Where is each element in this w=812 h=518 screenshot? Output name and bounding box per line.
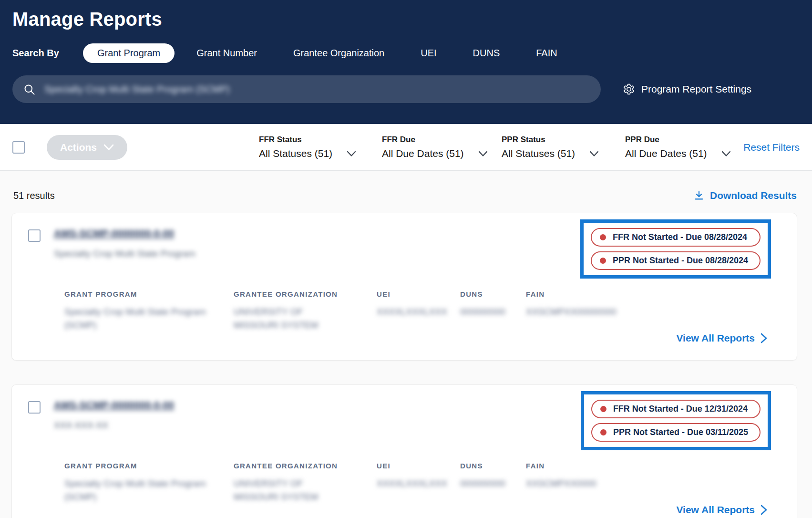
- grant-program-subtitle: Specialty Crop Multi State Program: [54, 249, 195, 259]
- chevron-down-icon: [347, 151, 356, 157]
- row-checkbox[interactable]: [28, 401, 41, 414]
- card-details-grid: GRANT PROGRAM Specialty Crop Multi State…: [64, 290, 781, 332]
- detail-value-redacted: UNIVERSITY OF MISSOURI SYSTEM: [234, 305, 343, 332]
- view-all-reports-link[interactable]: View All Reports: [676, 332, 767, 344]
- detail-header: DUNS: [460, 290, 526, 298]
- filter-ffr-due-label: FFR Due: [382, 135, 502, 145]
- detail-header: DUNS: [460, 462, 526, 470]
- chevron-down-icon: [103, 144, 114, 151]
- red-dot-icon: [600, 258, 606, 264]
- row-checkbox[interactable]: [28, 229, 41, 242]
- filter-ffr-due: FFR Due All Due Dates (51): [382, 135, 502, 159]
- tab-duns[interactable]: DUNS: [455, 43, 518, 63]
- search-by-row: Search By Grant Program Grant Number Gra…: [12, 43, 800, 63]
- ffr-status-badge-text: FFR Not Started - Due 08/28/2024: [613, 232, 747, 242]
- page-header: Manage Reports Search By Grant Program G…: [0, 0, 812, 124]
- detail-grantee-organization: GRANTEE ORGANIZATION UNIVERSITY OF MISSO…: [234, 462, 377, 503]
- tab-grant-number[interactable]: Grant Number: [178, 43, 275, 63]
- detail-uei: UEI XXXXLXXXLXXX: [377, 462, 460, 503]
- detail-value-redacted: XXXXLXXXLXXX: [377, 477, 460, 490]
- search-row: Specialty Crop Multi State Program (SCMP…: [12, 75, 800, 103]
- reset-filters-link[interactable]: Reset Filters: [743, 142, 800, 153]
- gear-icon: [623, 83, 635, 95]
- view-all-row: View All Reports: [28, 504, 781, 516]
- filter-ffr-due-dropdown[interactable]: All Due Dates (51): [382, 148, 502, 159]
- filter-ffr-status-value: All Statuses (51): [259, 148, 332, 159]
- search-value-redacted: Specialty Crop Multi State Program (SCMP…: [44, 84, 230, 95]
- detail-header: GRANTEE ORGANIZATION: [234, 462, 377, 470]
- filter-ppr-status: PPR Status All Statuses (51): [502, 135, 625, 159]
- detail-value-redacted: Specialty Crop Multi State Program (SCMP…: [64, 305, 207, 332]
- detail-header: GRANTEE ORGANIZATION: [234, 290, 377, 298]
- view-all-reports-label: View All Reports: [676, 332, 755, 344]
- filter-dropdowns: FFR Status All Statuses (51) FFR Due All…: [259, 135, 740, 159]
- card-titles: AMS-SCMP-0000000-0-00 XXX-XXX-XX: [54, 399, 174, 431]
- filter-ppr-status-value: All Statuses (51): [502, 148, 575, 159]
- grant-number-link[interactable]: AMS-SCMP-0000000-0-00: [54, 399, 174, 411]
- filter-ffr-status: FFR Status All Statuses (51): [259, 135, 382, 159]
- program-report-settings-label: Program Report Settings: [641, 83, 751, 95]
- detail-header: UEI: [377, 290, 460, 298]
- filter-ffr-due-value: All Due Dates (51): [382, 148, 464, 159]
- tab-grantee-organization[interactable]: Grantee Organization: [275, 43, 402, 63]
- search-by-label: Search By: [12, 48, 83, 59]
- results-header: 51 results Download Results: [0, 171, 812, 213]
- filter-ppr-status-label: PPR Status: [502, 135, 625, 145]
- filter-ppr-due-label: PPR Due: [625, 135, 740, 145]
- detail-fain: FAIN XXSCMPXX0000: [526, 462, 781, 503]
- card-top-row: AMS-SCMP-0000000-0-00 XXX-XXX-XX FFR Not…: [28, 399, 781, 450]
- view-all-reports-link[interactable]: View All Reports: [676, 504, 767, 516]
- chevron-down-icon: [478, 151, 488, 157]
- card-top-row: AMS-SCMP-0000000-0-00 Specialty Crop Mul…: [28, 228, 781, 279]
- detail-header: UEI: [377, 462, 460, 470]
- chevron-down-icon: [721, 151, 731, 157]
- badge-highlight-box: FFR Not Started - Due 12/31/2024 PPR Not…: [581, 391, 771, 450]
- detail-grant-program: GRANT PROGRAM Specialty Crop Multi State…: [64, 462, 234, 503]
- filter-ppr-due-dropdown[interactable]: All Due Dates (51): [625, 148, 740, 159]
- actions-button[interactable]: Actions: [47, 135, 127, 160]
- detail-fain: FAIN XXSCMPXX00000000: [526, 290, 781, 332]
- program-report-settings-button[interactable]: Program Report Settings: [623, 83, 751, 95]
- detail-value-redacted: XXXXLXXXLXXX: [377, 305, 460, 319]
- filter-ffr-status-label: FFR Status: [259, 135, 382, 145]
- select-all-checkbox[interactable]: [12, 141, 25, 154]
- detail-header: GRANT PROGRAM: [64, 290, 234, 298]
- tab-uei[interactable]: UEI: [402, 43, 454, 63]
- badge-highlight-box: FFR Not Started - Due 08/28/2024 PPR Not…: [580, 219, 771, 279]
- ffr-status-badge: FFR Not Started - Due 08/28/2024: [591, 228, 761, 247]
- card-titles: AMS-SCMP-0000000-0-00 Specialty Crop Mul…: [54, 228, 195, 259]
- detail-duns: DUNS 000000000: [460, 462, 526, 503]
- filter-ppr-due: PPR Due All Due Dates (51): [625, 135, 740, 159]
- tab-fain[interactable]: FAIN: [518, 43, 575, 63]
- detail-header: GRANT PROGRAM: [64, 462, 234, 470]
- chevron-down-icon: [589, 151, 599, 157]
- ppr-status-badge: PPR Not Started - Due 08/28/2024: [591, 251, 761, 270]
- grant-program-subtitle: XXX-XXX-XX: [54, 420, 174, 431]
- download-results-link[interactable]: Download Results: [694, 190, 797, 201]
- detail-value-redacted: XXSCMPXX00000000: [526, 305, 781, 319]
- detail-header: FAIN: [526, 290, 781, 298]
- filter-bar: Actions FFR Status All Statuses (51) FFR…: [0, 124, 812, 171]
- search-input[interactable]: Specialty Crop Multi State Program (SCMP…: [12, 75, 601, 103]
- grant-number-link[interactable]: AMS-SCMP-0000000-0-00: [54, 228, 174, 239]
- report-card: AMS-SCMP-0000000-0-00 Specialty Crop Mul…: [11, 213, 797, 361]
- page-title: Manage Reports: [12, 9, 800, 30]
- red-dot-icon: [600, 429, 606, 435]
- ppr-status-badge: PPR Not Started - Due 03/11/2025: [591, 423, 761, 442]
- detail-value-redacted: 000000000: [460, 477, 526, 490]
- chevron-right-icon: [761, 333, 767, 343]
- results-count: 51 results: [13, 190, 55, 201]
- ppr-status-badge-text: PPR Not Started - Due 03/11/2025: [613, 427, 748, 437]
- download-results-label: Download Results: [710, 190, 797, 201]
- download-icon: [694, 190, 704, 201]
- filter-ffr-status-dropdown[interactable]: All Statuses (51): [259, 148, 382, 159]
- detail-grantee-organization: GRANTEE ORGANIZATION UNIVERSITY OF MISSO…: [234, 290, 377, 332]
- detail-uei: UEI XXXXLXXXLXXX: [377, 290, 460, 332]
- tab-grant-program[interactable]: Grant Program: [83, 43, 175, 63]
- detail-value-redacted: 000000000: [460, 305, 526, 319]
- search-icon: [23, 83, 36, 96]
- search-by-tabs: Grant Program Grant Number Grantee Organ…: [83, 43, 576, 63]
- filter-ppr-status-dropdown[interactable]: All Statuses (51): [502, 148, 625, 159]
- red-dot-icon: [600, 234, 606, 240]
- ffr-status-badge: FFR Not Started - Due 12/31/2024: [591, 400, 761, 418]
